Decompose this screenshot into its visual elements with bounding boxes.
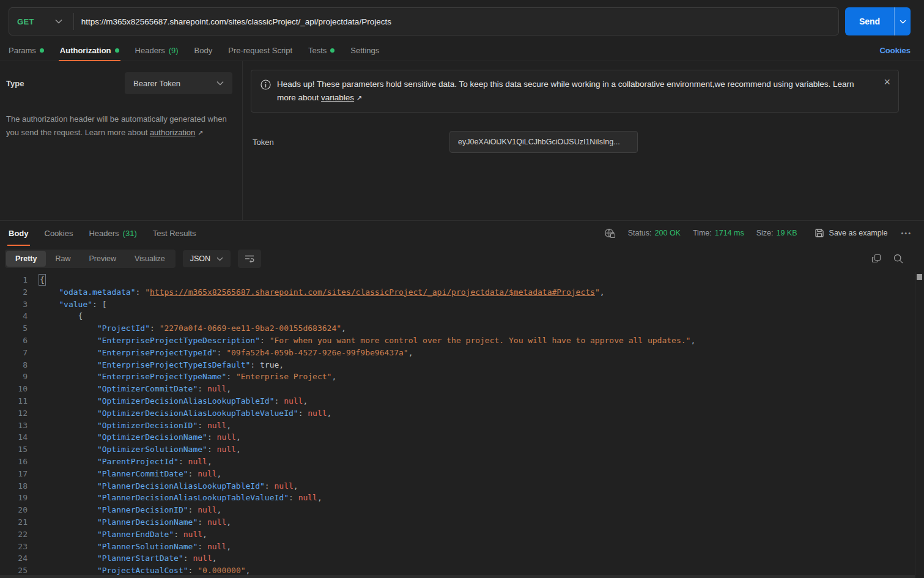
json-colon: : — [274, 396, 284, 406]
code-line-content: "EnterpriseProjectTypeId": "09fa52b4-059… — [40, 347, 413, 359]
cookies-link[interactable]: Cookies — [879, 46, 911, 55]
line-number: 8 — [0, 359, 28, 371]
tab-pre-request-script[interactable]: Pre-request Script — [227, 40, 294, 61]
code-line-content: "OptimizerDecisionName": null, — [40, 431, 241, 443]
json-comma: , — [690, 336, 695, 345]
line-number: 6 — [0, 335, 28, 347]
line-number: 17 — [0, 468, 28, 480]
json-colon: : — [226, 372, 236, 381]
search-icon[interactable] — [893, 254, 903, 264]
url-input[interactable] — [74, 8, 838, 35]
tab-settings[interactable]: Settings — [349, 40, 380, 61]
banner-text: Heads up! These parameters hold sensitiv… — [277, 78, 871, 105]
authorization-docs-link[interactable]: authorization — [150, 128, 195, 137]
code-line-content: "EnterpriseProjectTypeName": "Enterprise… — [40, 371, 336, 383]
line-number: 12 — [0, 407, 28, 420]
sensitive-data-banner: Heads up! These parameters hold sensitiv… — [251, 70, 899, 113]
code-line-content: "PlannerEndDate": null, — [40, 528, 207, 541]
json-null-value: null — [183, 530, 202, 539]
auth-type-select[interactable]: Bearer Token — [125, 72, 232, 94]
code-line: 22"PlannerEndDate": null, — [0, 528, 924, 541]
code-line-content: "OptimizerDecisionAliasLookupTableValueI… — [40, 407, 331, 420]
response-tabs: BodyCookiesHeaders(31)Test Results — [7, 221, 211, 245]
view-mode-switch: PrettyRawPreviewVisualize — [5, 250, 176, 268]
auth-type-value: Bearer Token — [133, 79, 180, 88]
more-options-icon[interactable]: ••• — [901, 229, 912, 237]
json-colon: : — [198, 517, 207, 527]
code-line: 17"PlannerCommitDate": null, — [0, 468, 924, 480]
send-button[interactable]: Send — [845, 7, 911, 35]
json-null-value: null — [298, 493, 317, 502]
variables-link[interactable]: variables — [321, 93, 354, 102]
tab-label: Settings — [350, 46, 379, 55]
json-comma: , — [207, 457, 212, 466]
method-label: GET — [17, 17, 34, 26]
code-line-content: "PlannerSolutionName": null, — [40, 541, 231, 553]
time-label: Time: — [693, 229, 712, 237]
json-comma: , — [600, 287, 605, 297]
wrap-lines-button[interactable] — [238, 250, 261, 268]
close-icon[interactable]: × — [884, 76, 890, 87]
send-button-label: Send — [845, 7, 894, 35]
code-line: 13"OptimizerDecisionID": null, — [0, 420, 924, 432]
json-comma: , — [226, 517, 231, 527]
response-tab-headers[interactable]: Headers(31) — [87, 221, 138, 245]
json-string-value: "For when you want more control over the… — [270, 336, 691, 345]
response-tab-body[interactable]: Body — [7, 221, 30, 245]
code-line: 7"EnterpriseProjectTypeId": "09fa52b4-05… — [0, 347, 924, 359]
json-colon: : — [289, 493, 298, 502]
response-tab-cookies[interactable]: Cookies — [43, 221, 75, 245]
json-bracket: [ — [102, 300, 107, 309]
view-raw-button[interactable]: Raw — [46, 251, 79, 267]
save-icon — [815, 228, 824, 238]
vertical-scrollbar[interactable] — [915, 272, 924, 578]
tab-tests[interactable]: Tests — [307, 40, 336, 61]
tab-authorization[interactable]: Authorization — [59, 40, 120, 61]
code-line: 20"PlannerDecisionID": null, — [0, 504, 924, 516]
format-select[interactable]: JSON — [183, 250, 231, 267]
json-key: "EnterpriseProjectTypeId" — [97, 348, 217, 357]
code-line-content: "PlannerDecisionID": null, — [40, 504, 221, 516]
code-line: 1{ — [0, 274, 924, 286]
json-colon: : — [217, 348, 227, 357]
tab-headers[interactable]: Headers(9) — [134, 40, 180, 61]
network-globe-icon[interactable] — [604, 228, 616, 239]
request-tabs: ParamsAuthorizationHeaders(9)BodyPre-req… — [0, 40, 924, 61]
copy-icon[interactable] — [871, 254, 881, 264]
green-dot-icon — [330, 48, 334, 53]
horizontal-scrollbar[interactable] — [0, 575, 915, 578]
code-line: 12"OptimizerDecisionAliasLookupTableValu… — [0, 407, 924, 420]
json-null-value: null — [198, 505, 216, 514]
tab-label: Params — [9, 46, 36, 55]
json-comma: , — [226, 421, 231, 430]
method-select[interactable]: GET — [9, 8, 73, 35]
view-visualize-button[interactable]: Visualize — [125, 251, 174, 267]
tab-params[interactable]: Params — [7, 40, 45, 61]
line-number: 1 — [0, 274, 28, 286]
code-line: 2"odata.metadata": "https://m365x8256568… — [0, 286, 924, 298]
json-key: "OptimizerDecisionAliasLookupTableValueI… — [97, 409, 298, 418]
json-link-value[interactable]: https://m365x82565687.sharepoint.com/sit… — [150, 287, 595, 297]
view-preview-button[interactable]: Preview — [79, 251, 125, 267]
code-line: 6"EnterpriseProjectTypeDescription": "Fo… — [0, 335, 924, 347]
json-comma: , — [317, 493, 322, 502]
line-number: 24 — [0, 552, 28, 565]
json-comma: , — [246, 566, 251, 575]
json-key: "OptimizerDecisionID" — [97, 421, 198, 430]
save-as-example-button[interactable]: Save as example — [815, 228, 888, 238]
tab-body[interactable]: Body — [193, 40, 214, 61]
save-as-example-label: Save as example — [829, 229, 888, 237]
json-null-value: null — [284, 396, 303, 406]
code-line-content: "PlannerDecisionAliasLookupTableId": nul… — [40, 480, 298, 492]
json-comma: , — [202, 530, 207, 539]
token-input[interactable] — [449, 131, 638, 153]
view-pretty-button[interactable]: Pretty — [6, 251, 46, 267]
scrollbar-thumb[interactable] — [917, 274, 922, 280]
json-brace: { — [40, 275, 45, 284]
code-line-content: "ProjectId": "2270a0f4-0669-ee11-9ba2-00… — [40, 322, 346, 335]
line-number: 10 — [0, 383, 28, 395]
response-tab-test-results[interactable]: Test Results — [152, 221, 198, 245]
json-key: "PlannerDecisionAliasLookupTableId" — [97, 481, 265, 491]
auth-description: The authorization header will be automat… — [6, 113, 232, 139]
send-options-button[interactable] — [894, 7, 911, 35]
